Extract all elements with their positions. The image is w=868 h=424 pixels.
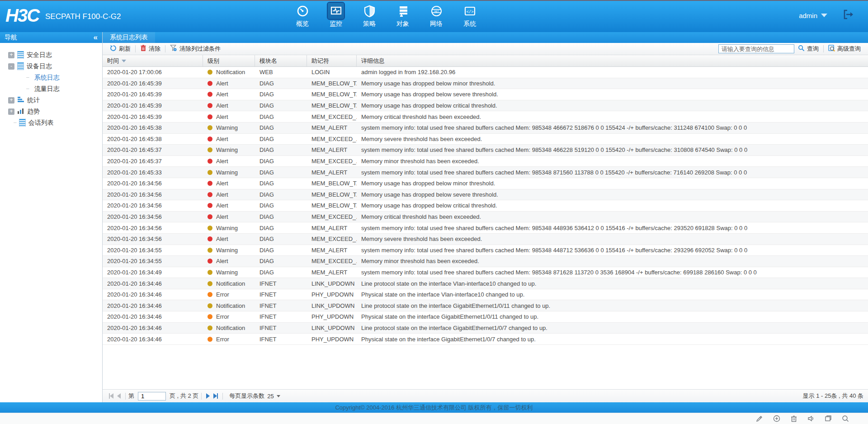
app-window: H3C SECPATH F100-C-G2 概览 监控 策略 — [0, 0, 868, 424]
level-dot-icon — [208, 270, 212, 275]
level-dot-icon — [208, 248, 212, 253]
column-header-level[interactable]: 级别 — [203, 55, 255, 66]
next-page-button[interactable] — [206, 393, 210, 399]
tab-system-log-list[interactable]: 系统日志列表 — [103, 32, 155, 43]
log-row[interactable]: 2020-01-20 16:34:46ErrorIFNETPHY_UPDOWNP… — [103, 289, 868, 301]
log-row[interactable]: 2020-01-20 16:34:56AlertDIAGMEM_EXCEED_.… — [103, 212, 868, 223]
chevron-down-icon[interactable] — [821, 14, 827, 17]
logout-icon[interactable] — [843, 9, 854, 22]
page-number-input[interactable] — [138, 392, 166, 400]
last-page-button[interactable] — [213, 393, 218, 399]
log-row[interactable]: 2020-01-20 16:45:38WarningDIAGMEM_ALERTs… — [103, 122, 868, 134]
log-details: Line protocol state on the interface Gig… — [357, 325, 868, 331]
log-row[interactable]: 2020-01-20 16:45:37WarningDIAGMEM_ALERTs… — [103, 145, 868, 156]
log-row[interactable]: 2020-01-20 16:34:56AlertDIAGMEM_BELOW_T.… — [103, 200, 868, 212]
clear-button[interactable]: 清除 — [137, 45, 164, 53]
expand-icon[interactable]: + — [8, 97, 14, 104]
log-details: admin logged in from 192.168.20.96 — [357, 69, 868, 75]
log-mnemonic: MEM_BELOW_T... — [307, 180, 357, 187]
log-mnemonic: MEM_BELOW_T... — [307, 91, 357, 98]
search-icon[interactable] — [842, 415, 849, 422]
nav-item-system[interactable]: </> 系统 — [453, 3, 486, 28]
log-time: 2020-01-20 16:34:56 — [103, 180, 203, 187]
first-page-button[interactable] — [109, 393, 113, 399]
log-module: IFNET — [255, 302, 307, 309]
column-header-details[interactable]: 详细信息 — [357, 55, 868, 66]
sidebar-item-device-log[interactable]: - 设备日志 — [0, 61, 102, 72]
nav-item-objects[interactable]: 对象 — [386, 3, 420, 28]
log-mnemonic: MEM_ALERT — [307, 247, 357, 254]
log-module: DIAG — [255, 136, 307, 142]
log-row[interactable]: 2020-01-20 16:34:46ErrorIFNETPHY_UPDOWNP… — [103, 311, 868, 323]
advanced-query-button[interactable]: 高级查询 — [825, 45, 864, 53]
browser-zoom-icon[interactable] — [773, 415, 780, 422]
log-mnemonic: MEM_BELOW_T... — [307, 102, 357, 109]
expand-icon[interactable]: + — [8, 52, 14, 58]
per-page-select[interactable]: 每页显示条数 25 — [229, 392, 280, 400]
sidebar-item-system-log[interactable]: ┄ 系统日志 — [0, 72, 102, 83]
log-row[interactable]: 2020-01-20 16:34:56WarningDIAGMEM_ALERTs… — [103, 222, 868, 234]
log-row[interactable]: 2020-01-20 16:45:38AlertDIAGMEM_EXCEED_.… — [103, 134, 868, 145]
log-row[interactable]: 2020-01-20 16:45:39AlertDIAGMEM_BELOW_T.… — [103, 78, 868, 90]
log-details: Memory usage has dropped below severe th… — [357, 191, 868, 198]
sidebar-item-statistics[interactable]: + 统计 — [0, 94, 102, 106]
log-module: DIAG — [255, 202, 307, 209]
log-table-body: 2020-01-20 17:00:06NotificationWEBLOGINa… — [103, 67, 868, 389]
edit-icon[interactable] — [756, 415, 763, 422]
log-row[interactable]: 2020-01-20 16:45:39AlertDIAGMEM_BELOW_T.… — [103, 100, 868, 112]
log-module: DIAG — [255, 158, 307, 165]
log-row[interactable]: 2020-01-20 16:34:46NotificationIFNETLINK… — [103, 300, 868, 311]
per-page-value: 25 — [267, 393, 274, 400]
log-row[interactable]: 2020-01-20 16:34:55WarningDIAGMEM_ALERTs… — [103, 245, 868, 256]
log-row[interactable]: 2020-01-20 16:45:39AlertDIAGMEM_EXCEED_.… — [103, 111, 868, 122]
trash-icon[interactable] — [790, 415, 797, 422]
log-time: 2020-01-20 16:45:37 — [103, 158, 203, 165]
nav-item-network[interactable]: NET 网络 — [420, 3, 453, 28]
log-row[interactable]: 2020-01-20 16:45:33WarningDIAGMEM_ALERTs… — [103, 167, 868, 178]
column-header-module[interactable]: 模块名 — [255, 55, 307, 66]
log-doc-icon — [17, 51, 24, 59]
sidebar-item-session-list[interactable]: ┄ 会话列表 — [0, 117, 102, 128]
user-menu[interactable]: admin — [799, 12, 817, 19]
prev-page-button[interactable] — [117, 393, 121, 399]
column-header-mnemonic[interactable]: 助记符 — [307, 55, 357, 66]
log-row[interactable]: 2020-01-20 16:34:56AlertDIAGMEM_EXCEED_.… — [103, 234, 868, 245]
refresh-button[interactable]: 刷新 — [106, 45, 134, 53]
svg-text:NET: NET — [434, 9, 439, 12]
tree-connector: ┄ — [26, 75, 30, 80]
window-icon[interactable] — [825, 415, 832, 422]
log-row[interactable]: 2020-01-20 16:34:49WarningDIAGMEM_ALERTs… — [103, 267, 868, 278]
log-row[interactable]: 2020-01-20 16:34:55AlertDIAGMEM_EXCEED_.… — [103, 256, 868, 267]
log-details: Line protocol state on the interface Gig… — [357, 302, 868, 309]
log-row[interactable]: 2020-01-20 16:45:39AlertDIAGMEM_BELOW_T.… — [103, 89, 868, 100]
log-row[interactable]: 2020-01-20 16:45:37AlertDIAGMEM_EXCEED_.… — [103, 156, 868, 167]
speaker-icon[interactable] — [807, 415, 815, 422]
expand-icon[interactable]: + — [8, 108, 14, 115]
search-input[interactable] — [718, 44, 794, 53]
log-module: IFNET — [255, 336, 307, 343]
query-button[interactable]: 查询 — [794, 45, 822, 53]
log-row[interactable]: 2020-01-20 16:34:56AlertDIAGMEM_BELOW_T.… — [103, 189, 868, 201]
log-row[interactable]: 2020-01-20 16:34:46NotificationIFNETLINK… — [103, 323, 868, 334]
sidebar-item-trend[interactable]: + 趋势 — [0, 106, 102, 117]
log-row[interactable]: 2020-01-20 16:34:56AlertDIAGMEM_BELOW_T.… — [103, 178, 868, 189]
clear-column-filter-button[interactable]: 清除列过滤条件 — [166, 45, 224, 53]
divider — [125, 393, 126, 400]
log-row[interactable]: 2020-01-20 16:34:46NotificationIFNETLINK… — [103, 278, 868, 289]
nav-item-monitor[interactable]: 监控 — [319, 3, 353, 28]
sidebar: 导航 « + 安全日志 - 设备日志 ┄ 系统日志 — [0, 32, 103, 402]
column-header-time[interactable]: 时间 — [103, 55, 203, 66]
level-dot-icon — [208, 137, 212, 141]
collapse-sidebar-icon[interactable]: « — [94, 33, 98, 42]
log-time: 2020-01-20 16:34:46 — [103, 302, 203, 309]
sidebar-item-security-log[interactable]: + 安全日志 — [0, 49, 102, 61]
nav-item-policy[interactable]: 策略 — [353, 3, 386, 28]
log-time: 2020-01-20 16:34:49 — [103, 269, 203, 276]
log-row[interactable]: 2020-01-20 16:34:46ErrorIFNETPHY_UPDOWNP… — [103, 334, 868, 345]
collapse-node-icon[interactable]: - — [8, 63, 14, 70]
nav-item-overview[interactable]: 概览 — [286, 3, 319, 28]
log-row[interactable]: 2020-01-20 17:00:06NotificationWEBLOGINa… — [103, 67, 868, 78]
sidebar-item-traffic-log[interactable]: ┄ 流量日志 — [0, 83, 102, 94]
log-level: Alert — [203, 236, 255, 242]
level-dot-icon — [208, 159, 212, 164]
